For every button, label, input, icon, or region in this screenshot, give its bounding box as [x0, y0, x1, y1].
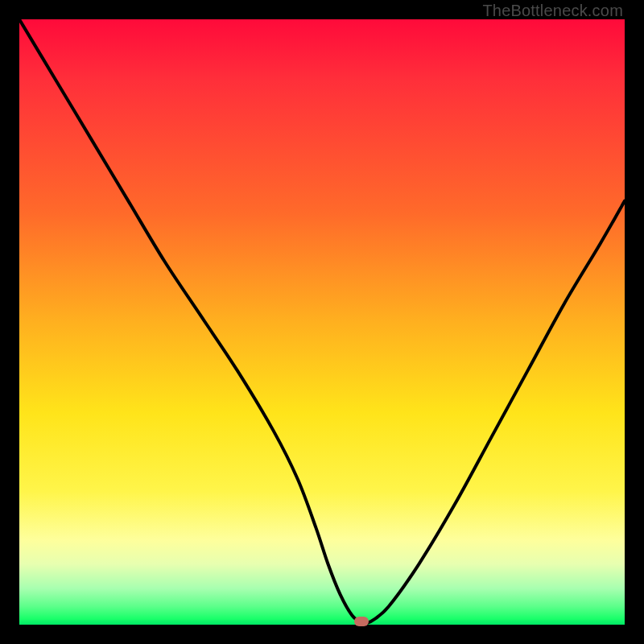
watermark-text: TheBottleneck.com [482, 2, 623, 20]
bottleneck-curve [19, 19, 625, 625]
curve-path [19, 19, 625, 623]
bottleneck-marker [354, 617, 369, 626]
chart-frame: TheBottleneck.com [0, 0, 644, 644]
plot-area [19, 19, 625, 625]
